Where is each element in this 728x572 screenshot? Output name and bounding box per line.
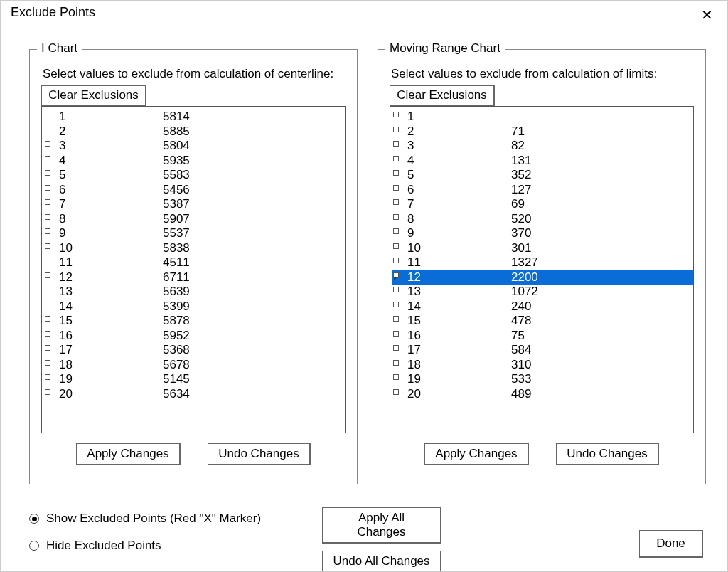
checkbox-icon[interactable] bbox=[393, 228, 399, 234]
i-chart-row[interactable]: 25885 bbox=[43, 125, 345, 139]
apply-all-button[interactable]: Apply All Changes bbox=[322, 507, 441, 544]
mr-chart-row[interactable]: 10301 bbox=[392, 241, 693, 256]
radio-show-excluded[interactable]: Show Excluded Points (Red "X" Marker) bbox=[29, 512, 261, 526]
mr-chart-row[interactable]: 1 bbox=[392, 110, 693, 125]
i-chart-apply-button[interactable]: Apply Changes bbox=[76, 443, 180, 465]
mr-chart-row[interactable]: 382 bbox=[392, 139, 693, 154]
checkbox-icon[interactable] bbox=[393, 287, 399, 292]
mr-chart-row[interactable]: 131072 bbox=[392, 285, 693, 300]
i-chart-row[interactable]: 75387 bbox=[43, 197, 345, 212]
i-chart-row[interactable]: 85907 bbox=[43, 212, 345, 227]
mr-chart-row[interactable]: 19533 bbox=[392, 372, 693, 387]
mr-chart-row[interactable]: 18310 bbox=[392, 358, 693, 373]
checkbox-icon[interactable] bbox=[45, 243, 50, 249]
checkbox-icon[interactable] bbox=[45, 287, 50, 292]
row-value: 520 bbox=[511, 212, 693, 227]
checkbox-icon[interactable] bbox=[45, 302, 50, 307]
mr-chart-row[interactable]: 14240 bbox=[392, 300, 693, 314]
mr-chart-undo-button[interactable]: Undo Changes bbox=[556, 443, 658, 465]
checkbox-icon[interactable] bbox=[393, 243, 399, 249]
checkbox-icon[interactable] bbox=[45, 199, 50, 205]
i-chart-undo-button[interactable]: Undo Changes bbox=[208, 443, 310, 465]
checkbox-icon[interactable] bbox=[393, 141, 399, 147]
row-index: 12 bbox=[58, 270, 163, 285]
checkbox-icon[interactable] bbox=[393, 316, 399, 322]
checkbox-icon[interactable] bbox=[393, 302, 399, 307]
checkbox-icon[interactable] bbox=[45, 389, 50, 395]
checkbox-icon[interactable] bbox=[45, 374, 50, 380]
checkbox-icon[interactable] bbox=[45, 316, 50, 322]
row-value: 5838 bbox=[163, 241, 345, 256]
checkbox-icon[interactable] bbox=[393, 258, 399, 263]
checkbox-icon[interactable] bbox=[45, 170, 50, 176]
mr-chart-row[interactable]: 769 bbox=[392, 197, 693, 212]
mr-chart-clear-button[interactable]: Clear Exclusions bbox=[390, 85, 495, 106]
checkbox-icon[interactable] bbox=[393, 170, 399, 176]
undo-all-button[interactable]: Undo All Changes bbox=[322, 551, 441, 572]
mr-chart-row[interactable]: 111327 bbox=[392, 255, 693, 270]
i-chart-list[interactable]: 1581425885358044593555583654567538785907… bbox=[41, 106, 346, 433]
checkbox-icon[interactable] bbox=[393, 214, 399, 220]
checkbox-icon[interactable] bbox=[393, 374, 399, 380]
mr-chart-row[interactable]: 8520 bbox=[392, 212, 693, 227]
checkbox-icon[interactable] bbox=[393, 127, 399, 132]
mr-chart-list[interactable]: 1271382413153526127769852093701030111132… bbox=[390, 106, 694, 433]
checkbox-icon[interactable] bbox=[45, 112, 50, 117]
row-index: 6 bbox=[406, 183, 511, 198]
checkbox-icon[interactable] bbox=[393, 389, 399, 395]
i-chart-row[interactable]: 105838 bbox=[43, 241, 345, 256]
checkbox-icon[interactable] bbox=[45, 360, 50, 366]
checkbox-icon[interactable] bbox=[45, 331, 50, 337]
i-chart-row[interactable]: 175368 bbox=[43, 343, 345, 358]
checkbox-icon[interactable] bbox=[45, 272, 50, 278]
done-button[interactable]: Done bbox=[639, 530, 703, 558]
checkbox-icon[interactable] bbox=[45, 185, 50, 191]
close-icon[interactable]: ✕ bbox=[701, 8, 713, 22]
checkbox-icon[interactable] bbox=[393, 112, 399, 117]
mr-chart-row[interactable]: 271 bbox=[392, 125, 693, 139]
checkbox-icon[interactable] bbox=[45, 214, 50, 220]
mr-chart-row[interactable]: 4131 bbox=[392, 154, 693, 169]
mr-chart-row[interactable]: 15478 bbox=[392, 314, 693, 329]
i-chart-row[interactable]: 126711 bbox=[43, 270, 345, 285]
mr-chart-row[interactable]: 1675 bbox=[392, 329, 693, 344]
i-chart-row[interactable]: 165952 bbox=[43, 329, 345, 344]
i-chart-row[interactable]: 185678 bbox=[43, 358, 345, 373]
checkbox-icon[interactable] bbox=[45, 127, 50, 132]
i-chart-row[interactable]: 15814 bbox=[43, 110, 345, 125]
i-chart-row[interactable]: 205634 bbox=[43, 387, 345, 402]
i-chart-clear-button[interactable]: Clear Exclusions bbox=[41, 85, 146, 106]
mr-chart-row[interactable]: 20489 bbox=[392, 387, 693, 402]
checkbox-icon[interactable] bbox=[393, 272, 399, 278]
row-value: 5878 bbox=[163, 314, 345, 329]
checkbox-icon[interactable] bbox=[45, 141, 50, 147]
mr-chart-row[interactable]: 5352 bbox=[392, 168, 693, 183]
i-chart-row[interactable]: 195145 bbox=[43, 372, 345, 387]
checkbox-icon[interactable] bbox=[45, 345, 50, 351]
row-index: 20 bbox=[406, 387, 511, 402]
i-chart-row[interactable]: 65456 bbox=[43, 183, 345, 198]
i-chart-row[interactable]: 114511 bbox=[43, 255, 345, 270]
checkbox-icon[interactable] bbox=[393, 156, 399, 161]
checkbox-icon[interactable] bbox=[393, 199, 399, 205]
i-chart-row[interactable]: 55583 bbox=[43, 168, 345, 183]
i-chart-row[interactable]: 145399 bbox=[43, 300, 345, 314]
i-chart-row[interactable]: 45935 bbox=[43, 154, 345, 169]
mr-chart-row[interactable]: 122200 bbox=[392, 270, 693, 285]
checkbox-icon[interactable] bbox=[393, 185, 399, 191]
checkbox-icon[interactable] bbox=[393, 360, 399, 366]
mr-chart-row[interactable]: 6127 bbox=[392, 183, 693, 198]
checkbox-icon[interactable] bbox=[393, 331, 399, 337]
i-chart-row[interactable]: 155878 bbox=[43, 314, 345, 329]
checkbox-icon[interactable] bbox=[393, 345, 399, 351]
mr-chart-row[interactable]: 17584 bbox=[392, 343, 693, 358]
i-chart-row[interactable]: 135639 bbox=[43, 285, 345, 300]
mr-chart-row[interactable]: 9370 bbox=[392, 226, 693, 241]
checkbox-icon[interactable] bbox=[45, 228, 50, 234]
checkbox-icon[interactable] bbox=[45, 156, 50, 161]
i-chart-row[interactable]: 95537 bbox=[43, 226, 345, 241]
checkbox-icon[interactable] bbox=[45, 258, 50, 263]
i-chart-row[interactable]: 35804 bbox=[43, 139, 345, 154]
mr-chart-apply-button[interactable]: Apply Changes bbox=[424, 443, 528, 465]
radio-hide-excluded[interactable]: Hide Excluded Points bbox=[29, 539, 261, 553]
